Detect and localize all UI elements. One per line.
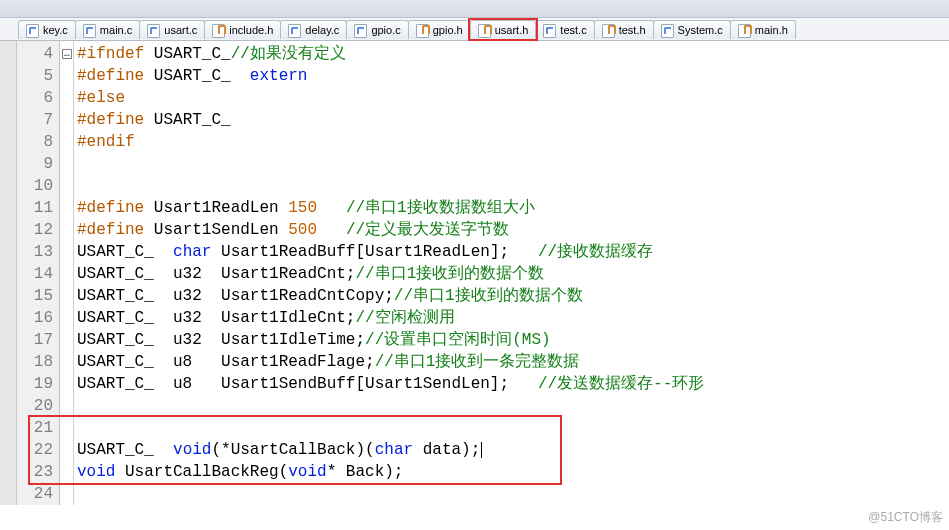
token-id: USART_C_ xyxy=(144,67,240,85)
code-line[interactable]: USART_C_ u32 Usart1ReadCntCopy;//串口1接收到的… xyxy=(77,285,949,307)
token-num: 150 xyxy=(288,199,317,217)
token-com: //接收数据缓存 xyxy=(538,243,653,261)
fold-marker xyxy=(60,373,73,395)
code-area[interactable]: #ifndef USART_C_//如果没有定义#define USART_C_… xyxy=(74,41,949,505)
marker-gutter xyxy=(0,41,17,505)
code-line[interactable]: USART_C_ u8 Usart1ReadFlage;//串口1接收到一条完整… xyxy=(77,351,949,373)
code-line[interactable]: #ifndef USART_C_//如果没有定义 xyxy=(77,43,949,65)
token-pre: #else xyxy=(77,89,125,107)
code-line[interactable]: USART_C_ u32 Usart1ReadCnt;//串口1接收到的数据个数 xyxy=(77,263,949,285)
token-num: 500 xyxy=(288,221,317,239)
fold-marker xyxy=(60,87,73,109)
tab-delay-c[interactable]: delay.c xyxy=(280,20,347,39)
h-file-icon xyxy=(602,23,615,37)
token-com: //设置串口空闲时间(MS) xyxy=(365,331,551,349)
fold-marker xyxy=(60,219,73,241)
fold-marker xyxy=(60,131,73,153)
code-line[interactable]: void UsartCallBackReg(void* Back); xyxy=(77,461,949,483)
token-id: USART_C_ u8 Usart1ReadFlage; xyxy=(77,353,375,371)
fold-marker xyxy=(60,439,73,461)
line-number: 11 xyxy=(17,197,59,219)
token-kw: void xyxy=(288,463,326,481)
line-number: 16 xyxy=(17,307,59,329)
line-number: 12 xyxy=(17,219,59,241)
token-id xyxy=(317,199,346,217)
tab-test-h[interactable]: test.h xyxy=(594,20,654,39)
token-id: USART_C_ u8 Usart1SendBuff[Usart1SendLen… xyxy=(77,375,538,393)
tab-label: test.h xyxy=(619,24,646,36)
token-id xyxy=(317,221,346,239)
tab-label: delay.c xyxy=(305,24,339,36)
fold-marker xyxy=(60,461,73,483)
tab-usart-h[interactable]: usart.h xyxy=(470,20,537,39)
code-line[interactable]: #define Usart1SendLen 500 //定义最大发送字节数 xyxy=(77,219,949,241)
tab-main-c[interactable]: main.c xyxy=(75,20,140,39)
fold-marker xyxy=(60,153,73,175)
tab-label: gpio.c xyxy=(371,24,400,36)
title-strip xyxy=(0,0,949,18)
tab-include-h[interactable]: include.h xyxy=(204,20,281,39)
line-number: 21 xyxy=(17,417,59,439)
tab-usart-c[interactable]: usart.c xyxy=(139,20,205,39)
text-caret xyxy=(481,442,482,458)
code-line[interactable]: #define Usart1ReadLen 150 //串口1接收数据数组大小 xyxy=(77,197,949,219)
tab-key-c[interactable]: key.c xyxy=(18,20,76,39)
token-com: //发送数据缓存--环形 xyxy=(538,375,704,393)
h-file-icon xyxy=(416,23,429,37)
token-kw: void xyxy=(163,441,211,459)
code-line[interactable]: #else xyxy=(77,87,949,109)
code-line[interactable]: USART_C_ char Usart1ReadBuff[Usart1ReadL… xyxy=(77,241,949,263)
fold-marker[interactable] xyxy=(60,43,73,65)
line-number: 9 xyxy=(17,153,59,175)
fold-marker xyxy=(60,285,73,307)
token-pre: #endif xyxy=(77,133,135,151)
token-pre: #define xyxy=(77,199,144,217)
code-line[interactable]: USART_C_ void(*UsartCallBack)(char data)… xyxy=(77,439,949,461)
tab-label: include.h xyxy=(229,24,273,36)
fold-marker xyxy=(60,395,73,417)
line-number: 7 xyxy=(17,109,59,131)
code-editor: 456789101112131415161718192021222324 #if… xyxy=(0,41,949,505)
fold-marker xyxy=(60,351,73,373)
tab-label: test.c xyxy=(560,24,586,36)
token-id: Usart1SendLen xyxy=(144,221,288,239)
code-line[interactable]: #endif xyxy=(77,131,949,153)
token-com: //定义最大发送字节数 xyxy=(346,221,509,239)
tab-main-h[interactable]: main.h xyxy=(730,20,796,39)
code-line[interactable] xyxy=(77,417,949,439)
line-number: 5 xyxy=(17,65,59,87)
code-line[interactable] xyxy=(77,175,949,197)
tab-gpio-c[interactable]: gpio.c xyxy=(346,20,408,39)
code-line[interactable]: USART_C_ u32 Usart1IdleTime;//设置串口空闲时间(M… xyxy=(77,329,949,351)
watermark: @51CTO博客 xyxy=(868,509,943,526)
c-file-icon xyxy=(26,23,39,37)
token-com: //串口1接收到的数据个数 xyxy=(394,287,583,305)
tab-gpio-h[interactable]: gpio.h xyxy=(408,20,471,39)
fold-marker xyxy=(60,197,73,219)
token-pre: #ifndef xyxy=(77,45,144,63)
token-id: data); xyxy=(413,441,480,459)
token-kw: char xyxy=(375,441,413,459)
code-line[interactable]: USART_C_ u32 Usart1IdleCnt;//空闲检测用 xyxy=(77,307,949,329)
token-id: USART_C_ u32 Usart1IdleTime; xyxy=(77,331,365,349)
c-file-icon xyxy=(83,23,96,37)
token-id: UsartCallBackReg( xyxy=(115,463,288,481)
code-line[interactable] xyxy=(77,395,949,417)
token-kw: void xyxy=(77,463,115,481)
token-pre: #define xyxy=(77,67,144,85)
code-line[interactable] xyxy=(77,483,949,505)
code-line[interactable]: #define USART_C_ extern xyxy=(77,65,949,87)
code-line[interactable] xyxy=(77,153,949,175)
line-number: 4 xyxy=(17,43,59,65)
line-number: 23 xyxy=(17,461,59,483)
token-com: //串口1接收数据数组大小 xyxy=(346,199,535,217)
line-number: 18 xyxy=(17,351,59,373)
code-line[interactable]: USART_C_ u8 Usart1SendBuff[Usart1SendLen… xyxy=(77,373,949,395)
c-file-icon xyxy=(147,23,160,37)
tab-test-c[interactable]: test.c xyxy=(535,20,594,39)
code-line[interactable]: #define USART_C_ xyxy=(77,109,949,131)
tab-System-c[interactable]: System.c xyxy=(653,20,731,39)
line-number: 14 xyxy=(17,263,59,285)
token-kw: extern xyxy=(240,67,307,85)
line-number: 17 xyxy=(17,329,59,351)
